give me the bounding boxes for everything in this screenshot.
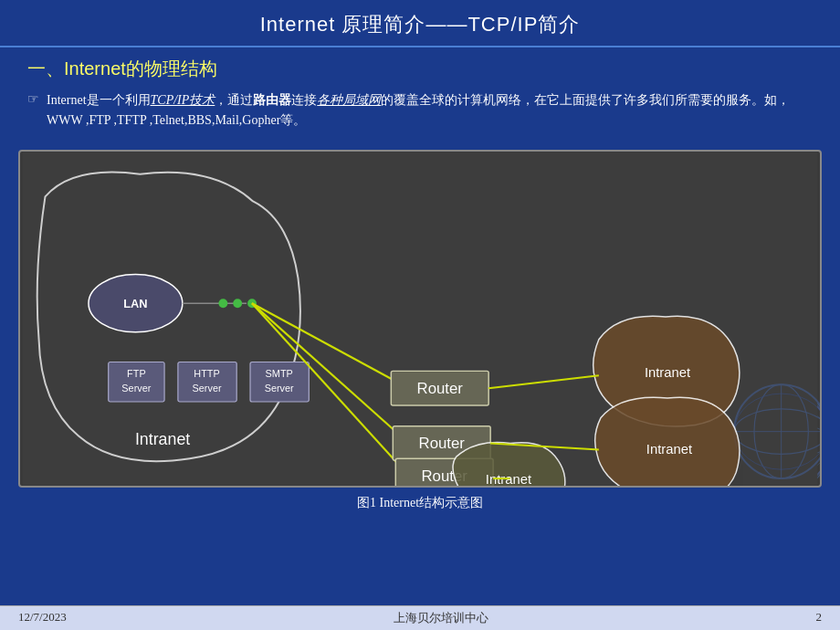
lan-italic: 各种局域网 bbox=[317, 93, 381, 107]
network-diagram: LAN FTP Server HTTP Server SMTP Server I… bbox=[18, 150, 822, 488]
svg-text:Server: Server bbox=[193, 383, 222, 394]
svg-point-49 bbox=[218, 299, 227, 308]
svg-text:LAN: LAN bbox=[123, 297, 147, 310]
figure-caption: 图1 Internet结构示意图 bbox=[0, 491, 840, 513]
svg-text:SMTP: SMTP bbox=[266, 368, 293, 379]
footer-center: 上海贝尔培训中心 bbox=[394, 610, 488, 626]
svg-text:Intranet: Intranet bbox=[135, 430, 190, 448]
svg-text:HTTP: HTTP bbox=[194, 368, 219, 379]
svg-point-50 bbox=[233, 299, 242, 308]
network-diagram-svg: LAN FTP Server HTTP Server SMTP Server I… bbox=[20, 152, 820, 486]
section-heading: 一、Internet的物理结构 bbox=[27, 57, 813, 81]
svg-text:Intranet: Intranet bbox=[645, 365, 691, 380]
svg-text:Server: Server bbox=[265, 383, 294, 394]
tcpip-text: TCP/IP技术 bbox=[151, 93, 215, 107]
paragraph-block: ☞ Internet是一个利用TCP/IP技术，通过路由器连接各种局域网的覆盖全… bbox=[27, 90, 813, 131]
title-bar: Internet 原理简介——TCP/IP简介 bbox=[0, 0, 840, 47]
slide-title: Internet 原理简介——TCP/IP简介 bbox=[260, 13, 581, 36]
svg-text:Intranet: Intranet bbox=[646, 442, 693, 457]
main-content: 一、Internet的物理结构 ☞ Internet是一个利用TCP/IP技术，… bbox=[0, 47, 840, 144]
svg-text:Router: Router bbox=[419, 435, 466, 452]
svg-text:Server: Server bbox=[121, 383, 151, 394]
router-bold: 路由器 bbox=[253, 93, 291, 107]
svg-text:Router: Router bbox=[417, 380, 464, 397]
bullet-icon: ☞ bbox=[27, 91, 39, 107]
footer-date: 12/7/2023 bbox=[18, 610, 67, 626]
paragraph-text: Internet是一个利用TCP/IP技术，通过路由器连接各种局域网的覆盖全球的… bbox=[47, 90, 813, 131]
footer: 12/7/2023 上海贝尔培训中心 2 bbox=[0, 605, 840, 630]
svg-text:FTP: FTP bbox=[127, 368, 146, 379]
footer-page: 2 bbox=[815, 610, 822, 626]
